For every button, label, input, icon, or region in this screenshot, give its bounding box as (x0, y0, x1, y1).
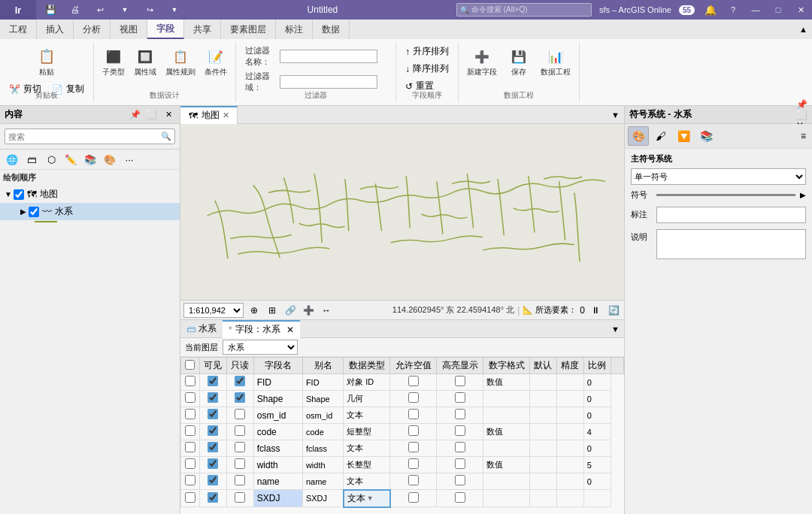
th-allownull[interactable]: 允许空值 (390, 358, 437, 374)
tab-ziduan[interactable]: 字段 (147, 20, 184, 39)
quick-save-btn[interactable]: 💾 (39, 0, 62, 20)
tab-shitu[interactable]: 视图 (111, 20, 147, 39)
th-scale[interactable]: 比例 (583, 358, 611, 374)
row-select-2[interactable] (185, 409, 195, 419)
row-select-0[interactable] (185, 376, 195, 386)
readonly-cb-1[interactable] (235, 392, 245, 403)
attr-rules-btn[interactable]: 📋 属性规则 (162, 44, 199, 80)
readonly-cb-4[interactable] (235, 442, 245, 452)
highlight-cb-4[interactable] (455, 442, 465, 452)
readonly-cb-2[interactable] (235, 409, 245, 419)
tree-item-map[interactable]: ▼ 🗺 地图 (0, 186, 180, 203)
allownull-cb-7[interactable] (408, 492, 419, 503)
domain-btn[interactable]: 🔲 属性域 (130, 44, 160, 80)
minimize-btn[interactable]: — (744, 0, 767, 20)
allownull-cb-6[interactable] (408, 475, 419, 485)
notification-bell[interactable]: 🔔 (699, 0, 722, 20)
allownull-cb-2[interactable] (408, 409, 419, 419)
data-eng-btn[interactable]: 📊 数据工程 (537, 44, 574, 80)
description-textarea[interactable] (656, 229, 806, 259)
readonly-cb-6[interactable] (235, 475, 245, 485)
highlight-cb-7[interactable] (455, 492, 465, 503)
add-feature-btn[interactable]: ➕ (301, 303, 316, 318)
condition-btn[interactable]: 📝 条件件 (201, 44, 231, 80)
allownull-cb-5[interactable] (408, 458, 419, 469)
field-tab[interactable]: * 字段：水系 ✕ (223, 320, 300, 338)
visible-cb-5[interactable] (208, 458, 218, 469)
th-precision[interactable]: 精度 (556, 358, 583, 374)
map-panel-expand-btn[interactable]: ▼ (607, 110, 624, 119)
symbol-type-select[interactable]: 单一符号 唯一值 分级色彩 分级符号 (631, 168, 806, 185)
command-search[interactable]: 🔍 命令搜索 (Alt+Q) (456, 3, 592, 17)
filter-symbol-btn[interactable]: 🔽 (673, 126, 694, 146)
map-tab-close[interactable]: ✕ (223, 110, 229, 120)
redo-btn[interactable]: ↪ (138, 0, 161, 20)
tree-item-water[interactable]: ▶ 〰 水系 (0, 203, 180, 220)
paint-symbol-btn[interactable]: 🎨 (628, 126, 649, 146)
map-visibility-checkbox[interactable] (14, 189, 24, 200)
paste-btn[interactable]: 📋 粘贴 (28, 44, 65, 80)
table-panel-expand-btn[interactable]: ▼ (607, 325, 624, 334)
save-btn[interactable]: 💾 保存 (504, 44, 534, 80)
datatype-dropdown-7[interactable]: 文本 ▼ (347, 492, 386, 505)
th-readonly[interactable]: 只读 (226, 358, 253, 374)
panel-float-btn[interactable]: ⬜ (145, 108, 159, 122)
th-datatype[interactable]: 数据类型 (344, 358, 390, 374)
symbol-menu-btn[interactable]: ≡ (798, 129, 809, 143)
more-tool-btn[interactable]: ··· (120, 151, 138, 168)
readonly-cb-0[interactable] (235, 376, 245, 386)
water-data-tab[interactable]: 🗃 水系 (180, 320, 223, 338)
row-select-1[interactable] (185, 392, 195, 403)
readonly-cb-3[interactable] (235, 425, 245, 436)
refresh-btn[interactable]: 🔄 (606, 303, 621, 318)
globe-tool-btn[interactable]: 🌐 (3, 151, 21, 168)
sort-desc-btn[interactable]: ↓ 降序排列 (401, 61, 453, 77)
th-alias[interactable]: 别名 (302, 358, 343, 374)
allownull-cb-0[interactable] (408, 376, 419, 386)
water-visibility-checkbox[interactable] (29, 207, 39, 217)
polygon-tool-btn[interactable]: ⬡ (42, 151, 60, 168)
table-tool-btn[interactable]: 🗃 (23, 151, 41, 168)
th-visible[interactable]: 可见 (199, 358, 226, 374)
map-area[interactable] (180, 124, 624, 300)
layers-symbol-btn[interactable]: 📚 (695, 126, 717, 146)
row-select-6[interactable] (185, 475, 195, 485)
highlight-cb-0[interactable] (455, 376, 465, 386)
customize-btn[interactable]: ▼ (163, 0, 186, 20)
current-layer-select[interactable]: 水系 (223, 340, 298, 355)
undo-btn[interactable]: ↩ (89, 0, 111, 20)
highlight-cb-6[interactable] (455, 475, 465, 485)
field-tab-close[interactable]: ✕ (286, 325, 294, 335)
allownull-cb-1[interactable] (408, 392, 419, 403)
map-tab[interactable]: 🗺 地图 ✕ (180, 106, 238, 124)
new-field-btn[interactable]: ➕ 新建字段 (463, 44, 501, 80)
quick-print-btn[interactable]: 🖨 (64, 0, 86, 20)
visible-cb-1[interactable] (208, 392, 218, 403)
allownull-cb-3[interactable] (408, 425, 419, 436)
pause-btn[interactable]: ⏸ (588, 303, 603, 318)
filter-area-input[interactable] (280, 75, 377, 89)
move-btn[interactable]: ↔ (319, 303, 334, 318)
row-select-5[interactable] (185, 458, 195, 469)
tab-shuju[interactable]: 数据 (313, 20, 350, 39)
row-select-7[interactable] (185, 492, 195, 503)
visible-cb-7[interactable] (208, 492, 218, 503)
symbol-edit-arrow[interactable]: ▶ (800, 191, 806, 199)
notification-badge[interactable]: 55 (679, 5, 695, 15)
map-scale-select[interactable]: 1:610,942 (183, 303, 244, 318)
link-btn[interactable]: 🔗 (283, 303, 298, 318)
panel-close-btn[interactable]: ✕ (162, 108, 175, 122)
subtype-btn[interactable]: ⬛ 子类型 (98, 44, 129, 80)
highlight-cb-3[interactable] (455, 425, 465, 436)
pencil-tool-btn[interactable]: ✏️ (62, 151, 80, 168)
row-select-4[interactable] (185, 442, 195, 452)
highlight-cb-5[interactable] (455, 458, 465, 469)
paint-tool-btn[interactable]: 🎨 (101, 151, 119, 168)
readonly-cb-5[interactable] (235, 458, 245, 469)
sort-asc-btn[interactable]: ↑ 升序排列 (401, 44, 453, 59)
select-all-checkbox[interactable] (185, 360, 195, 370)
highlight-cb-1[interactable] (455, 392, 465, 403)
visible-cb-4[interactable] (208, 442, 218, 452)
palette-btn[interactable]: 🖌 (650, 126, 671, 146)
tab-fenxi[interactable]: 分析 (74, 20, 111, 39)
